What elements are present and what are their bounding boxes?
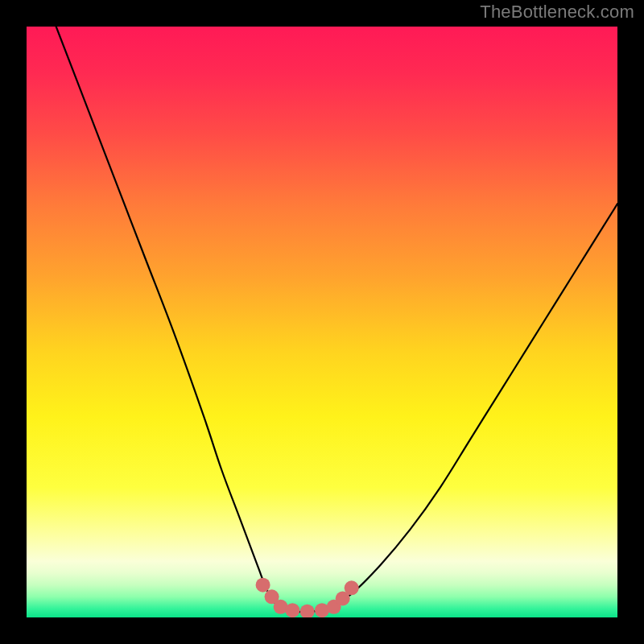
- plot-area: [27, 27, 617, 617]
- bottom-markers-group: [256, 578, 359, 617]
- bottleneck-curve: [56, 27, 617, 612]
- bottom-marker: [345, 580, 359, 595]
- chart-canvas: [27, 27, 617, 617]
- watermark-text: TheBottleneck.com: [480, 2, 634, 23]
- bottom-marker: [256, 578, 270, 592]
- bottom-marker: [285, 603, 299, 617]
- chart-frame: TheBottleneck.com: [0, 0, 644, 644]
- bottom-marker: [300, 605, 315, 617]
